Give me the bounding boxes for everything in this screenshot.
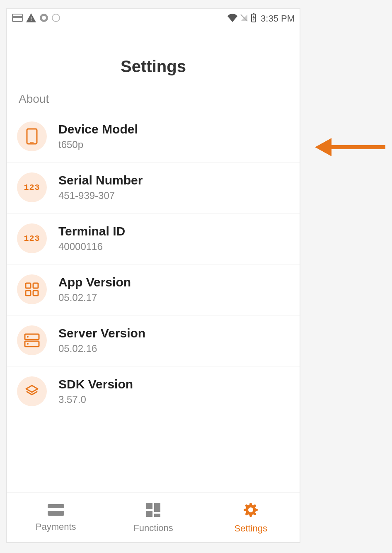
svg-rect-15 (33, 291, 38, 296)
svg-rect-11 (30, 142, 34, 143)
status-time: 3:35 PM (261, 13, 295, 24)
svg-rect-22 (146, 503, 152, 509)
status-bar-left (12, 13, 60, 24)
list-item-serial-number[interactable]: 123 Serial Number 451-939-307 (7, 163, 300, 213)
list-item-label: App Version (58, 275, 131, 289)
device-icon (17, 121, 47, 151)
svg-rect-10 (27, 129, 37, 144)
functions-icon (145, 502, 161, 523)
numeric-icon: 123 (17, 223, 47, 253)
list-item-server-version[interactable]: Server Version 05.02.16 (7, 315, 300, 366)
list-item-value: 3.57.0 (58, 394, 133, 405)
nav-label: Functions (133, 523, 173, 534)
list-item-text: Serial Number 451-939-307 (58, 173, 143, 201)
svg-rect-14 (26, 291, 31, 296)
nav-label: Payments (36, 521, 76, 532)
bottom-nav: Payments Functions Settings (7, 492, 300, 542)
list-item-value: 05.02.16 (58, 343, 145, 354)
dot-icon (52, 14, 60, 24)
svg-rect-24 (146, 511, 152, 517)
list-item-text: Server Version 05.02.16 (58, 326, 145, 354)
page-title: Settings (7, 57, 300, 76)
about-list: Device Model t650p 123 Serial Number 451… (7, 112, 300, 417)
list-item-label: Terminal ID (58, 224, 125, 238)
svg-point-5 (42, 16, 46, 20)
nav-label: Settings (235, 523, 268, 534)
status-bar: 3:35 PM (7, 9, 300, 28)
server-icon (17, 325, 47, 355)
list-item-value: 05.02.17 (58, 292, 131, 303)
svg-rect-2 (31, 17, 31, 19)
annotation-arrow-icon (313, 135, 387, 161)
list-item-text: Terminal ID 40000116 (58, 224, 125, 252)
svg-rect-1 (12, 16, 22, 18)
svg-rect-9 (253, 13, 254, 15)
status-bar-right: 3:35 PM (227, 13, 295, 24)
app-circle-icon (39, 13, 48, 24)
svg-rect-23 (154, 503, 160, 512)
settings-gear-icon (242, 502, 259, 523)
list-item-terminal-id[interactable]: 123 Terminal ID 40000116 (7, 213, 300, 264)
layers-icon (17, 376, 47, 406)
device-frame: 3:35 PM Settings About Device Model t650… (6, 8, 300, 543)
list-item-app-version[interactable]: App Version 05.02.17 (7, 264, 300, 315)
list-item-value: 40000116 (58, 241, 125, 252)
list-item-label: SDK Version (58, 377, 133, 391)
wifi-icon (227, 14, 237, 24)
warning-icon (26, 13, 36, 24)
nav-functions[interactable]: Functions (104, 493, 202, 542)
svg-point-19 (27, 343, 29, 345)
list-item-text: App Version 05.02.17 (58, 275, 131, 303)
list-item-device-model[interactable]: Device Model t650p (7, 112, 300, 163)
nav-settings[interactable]: Settings (202, 493, 300, 542)
nav-payments[interactable]: Payments (7, 493, 104, 542)
svg-rect-13 (33, 283, 38, 288)
svg-rect-21 (48, 508, 64, 511)
signal-no-sim-icon (240, 14, 248, 24)
list-item-label: Server Version (58, 326, 145, 340)
svg-point-18 (27, 336, 29, 338)
list-item-label: Device Model (58, 122, 138, 136)
list-item-label: Serial Number (58, 173, 143, 187)
list-item-value: 451-939-307 (58, 190, 143, 201)
svg-point-6 (52, 14, 60, 22)
svg-rect-25 (154, 514, 160, 517)
svg-rect-12 (26, 283, 31, 288)
battery-charging-icon (251, 13, 256, 24)
svg-rect-3 (31, 20, 31, 21)
payments-icon (47, 503, 65, 521)
card-icon (12, 14, 23, 24)
numeric-icon: 123 (17, 172, 47, 202)
list-item-text: SDK Version 3.57.0 (58, 377, 133, 405)
section-label-about: About (19, 92, 300, 106)
list-item-value: t650p (58, 139, 138, 150)
list-item-text: Device Model t650p (58, 122, 138, 150)
list-item-sdk-version[interactable]: SDK Version 3.57.0 (7, 366, 300, 417)
apps-icon (17, 274, 47, 304)
